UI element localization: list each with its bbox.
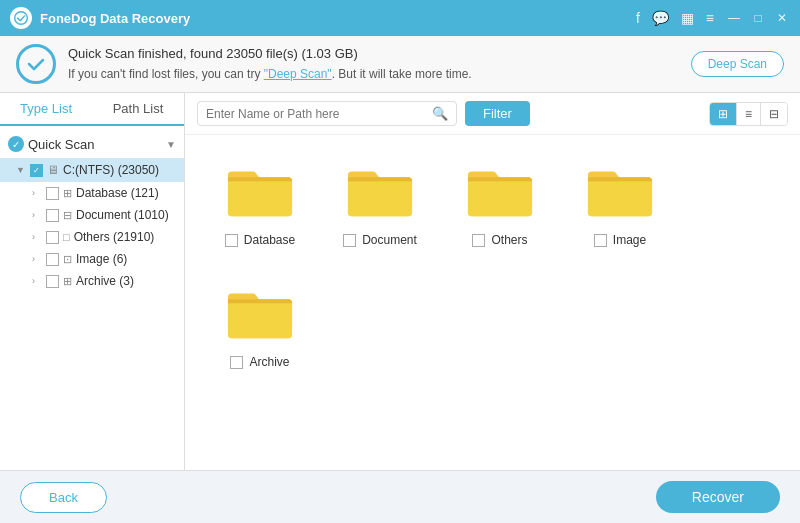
file-area: 🔍 Filter ⊞ ≡ ⊟ (185, 93, 800, 470)
drive-checkbox[interactable]: ✓ (30, 164, 43, 177)
tree-item-others[interactable]: › □ Others (21910) (0, 226, 184, 248)
minimize-button[interactable]: — (726, 11, 742, 25)
file-item-bottom-others: Others (472, 233, 527, 247)
quick-scan-check-icon: ✓ (8, 136, 24, 152)
maximize-button[interactable]: □ (750, 11, 766, 25)
app-logo (10, 7, 32, 29)
deep-scan-link[interactable]: "Deep Scan" (264, 67, 332, 81)
folder-icon-archive (226, 283, 294, 341)
sidebar-tree: ✓ Quick Scan ▼ ▼ ✓ 🖥 C:(NTFS) (23050) › … (0, 126, 184, 470)
status-check-icon (16, 44, 56, 84)
sidebar: Type List Path List ✓ Quick Scan ▼ ▼ ✓ 🖥… (0, 93, 185, 470)
archive-expand-arrow: › (32, 276, 42, 286)
scan-status: Quick Scan finished, found 23050 file(s)… (68, 44, 679, 65)
file-item-bottom-archive: Archive (230, 355, 289, 369)
qr-icon[interactable]: ▦ (681, 10, 694, 26)
archive-label: Archive (3) (76, 274, 134, 288)
folder-icon-image (586, 161, 654, 219)
window-controls: — □ ✕ (726, 11, 790, 25)
image-checkbox[interactable] (46, 253, 59, 266)
tree-item-database[interactable]: › ⊞ Database (121) (0, 182, 184, 204)
drive-c-item[interactable]: ▼ ✓ 🖥 C:(NTFS) (23050) (0, 158, 184, 182)
file-item-bottom-image: Image (594, 233, 646, 247)
hint-prefix: If you can't find lost files, you can tr… (68, 67, 264, 81)
image-label: Image (6) (76, 252, 127, 266)
message-icon[interactable]: 💬 (652, 10, 669, 26)
database-file-label: Database (244, 233, 295, 247)
others-file-label: Others (491, 233, 527, 247)
tab-path-list[interactable]: Path List (92, 93, 184, 124)
file-toolbar: 🔍 Filter ⊞ ≡ ⊟ (185, 93, 800, 135)
search-input[interactable] (206, 107, 432, 121)
document-label: Document (1010) (76, 208, 169, 222)
image-icon: ⊡ (63, 253, 72, 266)
file-item-others[interactable]: Others (455, 155, 545, 247)
file-icon-wrap-image (580, 155, 660, 225)
notification-text: Quick Scan finished, found 23050 file(s)… (68, 44, 679, 84)
bottom-bar: Back Recover (0, 470, 800, 523)
tree-item-archive[interactable]: › ⊞ Archive (3) (0, 270, 184, 292)
image-file-label: Image (613, 233, 646, 247)
database-expand-arrow: › (32, 188, 42, 198)
quick-scan-section[interactable]: ✓ Quick Scan ▼ (0, 130, 184, 158)
others-expand-arrow: › (32, 232, 42, 242)
facebook-icon[interactable]: f (636, 10, 640, 26)
sidebar-tabs: Type List Path List (0, 93, 184, 126)
file-item-database[interactable]: Database (215, 155, 305, 247)
tree-item-document[interactable]: › ⊟ Document (1010) (0, 204, 184, 226)
file-icon-wrap-document (340, 155, 420, 225)
document-expand-arrow: › (32, 210, 42, 220)
files-grid: Database Document (185, 135, 800, 470)
others-label: Others (21910) (74, 230, 155, 244)
search-icon: 🔍 (432, 106, 448, 121)
database-checkbox[interactable] (46, 187, 59, 200)
filter-button[interactable]: Filter (465, 101, 530, 126)
quick-scan-arrow: ▼ (166, 139, 176, 150)
main-content: Type List Path List ✓ Quick Scan ▼ ▼ ✓ 🖥… (0, 93, 800, 470)
folder-icon-database (226, 161, 294, 219)
document-file-label: Document (362, 233, 417, 247)
archive-icon: ⊞ (63, 275, 72, 288)
app-title: FoneDog Data Recovery (40, 11, 636, 26)
archive-file-checkbox[interactable] (230, 356, 243, 369)
document-file-checkbox[interactable] (343, 234, 356, 247)
title-bar: FoneDog Data Recovery f 💬 ▦ ≡ — □ ✕ (0, 0, 800, 36)
file-item-bottom-database: Database (225, 233, 295, 247)
others-checkbox[interactable] (46, 231, 59, 244)
file-icon-wrap-database (220, 155, 300, 225)
quick-scan-label: Quick Scan (28, 137, 162, 152)
database-icon: ⊞ (63, 187, 72, 200)
scan-hint: If you can't find lost files, you can tr… (68, 65, 679, 84)
file-item-bottom-document: Document (343, 233, 417, 247)
deep-scan-button[interactable]: Deep Scan (691, 51, 784, 77)
svg-point-0 (15, 12, 28, 25)
database-label: Database (121) (76, 186, 159, 200)
recover-button[interactable]: Recover (656, 481, 780, 513)
hint-suffix: . But it will take more time. (332, 67, 472, 81)
view-toggle-group: ⊞ ≡ ⊟ (709, 102, 788, 126)
close-button[interactable]: ✕ (774, 11, 790, 25)
drive-expand-arrow: ▼ (16, 165, 26, 175)
tab-type-list[interactable]: Type List (0, 93, 92, 126)
list-view-button[interactable]: ≡ (737, 103, 761, 125)
detail-view-button[interactable]: ⊟ (761, 103, 787, 125)
back-button[interactable]: Back (20, 482, 107, 513)
others-icon: □ (63, 231, 70, 243)
folder-icon-others (466, 161, 534, 219)
others-file-checkbox[interactable] (472, 234, 485, 247)
drive-label: C:(NTFS) (23050) (63, 163, 176, 177)
file-icon-wrap-others (460, 155, 540, 225)
image-expand-arrow: › (32, 254, 42, 264)
database-file-checkbox[interactable] (225, 234, 238, 247)
grid-view-button[interactable]: ⊞ (710, 103, 737, 125)
image-file-checkbox[interactable] (594, 234, 607, 247)
archive-checkbox[interactable] (46, 275, 59, 288)
tree-item-image[interactable]: › ⊡ Image (6) (0, 248, 184, 270)
file-item-image[interactable]: Image (575, 155, 665, 247)
menu-icon[interactable]: ≡ (706, 10, 714, 26)
document-icon: ⊟ (63, 209, 72, 222)
search-box[interactable]: 🔍 (197, 101, 457, 126)
document-checkbox[interactable] (46, 209, 59, 222)
file-item-archive[interactable]: Archive (215, 277, 305, 369)
file-item-document[interactable]: Document (335, 155, 425, 247)
